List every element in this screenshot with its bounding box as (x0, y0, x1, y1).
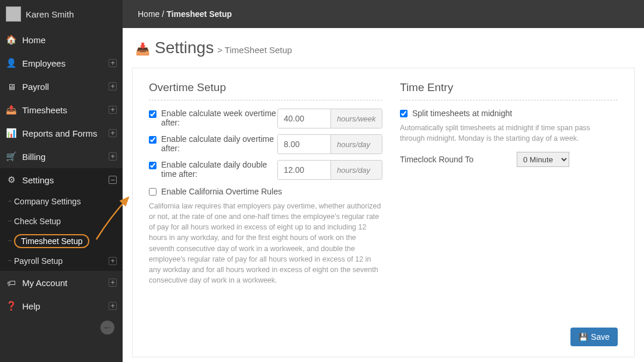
card-footer: 💾 Save (570, 328, 618, 346)
nav-timesheets[interactable]: 📤 Timesheets + (0, 98, 123, 121)
sidebar-collapse-button[interactable]: ← (100, 321, 114, 335)
split-label: Split timesheets at midnight (412, 109, 512, 118)
tray-icon: 📤 (6, 105, 16, 115)
overtime-week-input[interactable] (278, 109, 330, 128)
tag-icon: 🏷 (6, 278, 16, 288)
overtime-double-input-group: hours/day (277, 160, 382, 180)
user-row[interactable]: Karen Smith (0, 0, 123, 28)
nav-label: Settings (22, 175, 109, 185)
page-header: 📥 Settings > TimeSheet Setup (123, 28, 644, 61)
california-row: Enable California Overtime Rules (149, 187, 382, 196)
overtime-week-checkbox[interactable] (149, 110, 156, 118)
inbox-icon: 📥 (135, 42, 150, 56)
overtime-daily-input-group: hours/day (277, 134, 382, 154)
gear-icon: ⚙ (6, 175, 16, 185)
overtime-daily-row: Enable calculate daily overtime after: h… (149, 134, 382, 154)
nav-payroll[interactable]: 🖥 Payroll + (0, 75, 123, 98)
cart-icon: 🛒 (6, 151, 16, 162)
sidebar-collapse-row: ← (0, 318, 123, 337)
nav-billing[interactable]: 🛒 Billing + (0, 145, 123, 168)
subnav-payroll-setup[interactable]: Payroll Setup + (0, 251, 123, 271)
overtime-section: Overtime Setup Enable calculate week ove… (149, 81, 382, 286)
overtime-double-input[interactable] (278, 161, 330, 179)
unit-label: hours/day (330, 135, 382, 154)
main: Home / Timesheet Setup 📥 Settings > Time… (123, 0, 644, 362)
overtime-daily-check-label[interactable]: Enable calculate daily overtime after: (149, 134, 277, 153)
subnav-label: Timesheet Setup (14, 234, 89, 248)
overtime-double-checkbox[interactable] (149, 162, 156, 169)
expand-icon: + (109, 106, 117, 114)
subnav-label: Payroll Setup (14, 256, 62, 266)
settings-card: Overtime Setup Enable calculate week ove… (132, 68, 635, 357)
california-help-text: California law requires that employers p… (149, 201, 382, 286)
person-icon: 👤 (6, 58, 16, 68)
arrow-left-icon: ← (103, 322, 112, 333)
round-label: Timeclock Round To (400, 155, 517, 164)
help-icon: ❓ (6, 301, 16, 311)
subnav-timesheet-setup[interactable]: Timesheet Setup (0, 231, 123, 251)
subnav-company-settings[interactable]: Company Settings (0, 192, 123, 211)
breadcrumb: Home / Timesheet Setup (123, 0, 644, 28)
split-checkbox[interactable] (400, 110, 408, 117)
overtime-double-check-label[interactable]: Enable calculate daily double time after… (149, 160, 277, 179)
expand-icon: + (109, 257, 117, 265)
nav-settings[interactable]: ⚙ Settings − (0, 168, 123, 192)
overtime-double-row: Enable calculate daily double time after… (149, 160, 382, 180)
expand-icon: + (109, 59, 117, 67)
breadcrumb-sep: / (162, 9, 164, 19)
overtime-week-label: Enable calculate week overtime after: (161, 109, 277, 127)
overtime-week-check-label[interactable]: Enable calculate week overtime after: (149, 109, 277, 127)
subnav-label: Company Settings (14, 197, 81, 206)
overtime-week-input-group: hours/week (277, 109, 382, 128)
unit-label: hours/day (330, 161, 382, 179)
subnav-check-setup[interactable]: Check Setup (0, 211, 123, 231)
subnav-label: Check Setup (14, 217, 61, 226)
overtime-daily-label: Enable calculate daily overtime after: (161, 134, 277, 153)
overtime-daily-input[interactable] (278, 135, 330, 154)
split-row: Split timesheets at midnight (400, 109, 618, 118)
expand-icon: + (109, 82, 117, 90)
round-select[interactable]: 0 Minute (517, 152, 569, 167)
nav-help[interactable]: ❓ Help + (0, 294, 123, 318)
nav-label: Timesheets (22, 105, 109, 115)
expand-icon: + (109, 302, 117, 310)
home-icon: 🏠 (6, 34, 16, 45)
overtime-double-label: Enable calculate daily double time after… (161, 160, 277, 179)
section-title: Time Entry (400, 81, 618, 94)
overtime-daily-checkbox[interactable] (149, 136, 156, 144)
save-button[interactable]: 💾 Save (570, 328, 618, 346)
expand-icon: + (109, 152, 117, 161)
chart-icon: 📊 (6, 128, 16, 138)
page-title: Settings (155, 39, 214, 57)
nav-label: Billing (22, 152, 109, 162)
nav-reports[interactable]: 📊 Reports and Forms + (0, 121, 123, 145)
nav-home[interactable]: 🏠 Home (0, 28, 123, 51)
avatar (6, 6, 21, 22)
expand-icon: + (109, 279, 117, 287)
nav-label: Help (22, 301, 109, 311)
nav-label: Payroll (22, 82, 109, 92)
collapse-icon: − (109, 176, 117, 184)
sidebar: Karen Smith 🏠 Home 👤 Employees + 🖥 Payro… (0, 0, 123, 362)
section-title: Overtime Setup (149, 81, 382, 94)
california-label: Enable California Overtime Rules (161, 187, 282, 196)
round-row: Timeclock Round To 0 Minute (400, 152, 618, 167)
california-checkbox[interactable] (149, 188, 156, 196)
nav-my-account[interactable]: 🏷 My Account + (0, 271, 123, 294)
monitor-icon: 🖥 (6, 82, 16, 92)
overtime-week-row: Enable calculate week overtime after: ho… (149, 109, 382, 128)
settings-subnav: Company Settings Check Setup Timesheet S… (0, 192, 123, 271)
timeentry-section: Time Entry Split timesheets at midnight … (400, 81, 618, 286)
divider (149, 100, 382, 100)
page-subtitle: > TimeSheet Setup (217, 45, 292, 55)
nav-label: Reports and Forms (22, 128, 109, 138)
nav-label: Employees (22, 58, 109, 68)
save-button-label: Save (591, 332, 610, 342)
user-name: Karen Smith (26, 9, 74, 19)
expand-icon: + (109, 129, 117, 137)
breadcrumb-home[interactable]: Home (138, 9, 159, 19)
nav-employees[interactable]: 👤 Employees + (0, 51, 123, 75)
nav-label: Home (22, 35, 117, 45)
save-icon: 💾 (579, 333, 588, 342)
divider (400, 100, 618, 100)
